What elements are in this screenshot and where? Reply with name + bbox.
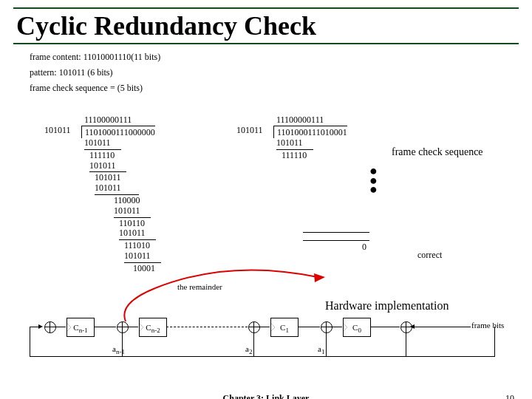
right-quotient: 11100000111: [273, 115, 353, 126]
left-division: 11100000111 101011 1101000111000000 1010…: [81, 115, 161, 274]
flipflop-c1: C1: [270, 318, 299, 337]
left-step: 101011: [81, 173, 161, 183]
left-dividend: 1101000111000000: [81, 126, 155, 138]
info-block: frame content: 11010001110(11 bits) patt…: [30, 52, 532, 94]
left-step: 101011: [81, 161, 161, 171]
flipflop-c0: C0: [343, 318, 371, 337]
xor-icon: [44, 321, 56, 333]
xor-icon: [117, 321, 129, 333]
frame-check-sequence-label: frame check sequence: [392, 146, 483, 158]
slide-title: Cyclic Redundancy Check: [13, 10, 519, 41]
hardware-impl-label: Hardware implementation: [325, 299, 449, 313]
coef-an1: an-1: [112, 344, 125, 355]
xor-icon: [248, 321, 260, 333]
ellipsis-dots: ●●●: [369, 166, 378, 194]
pattern-line: pattern: 101011 (6 bits): [30, 67, 532, 78]
left-divisor: 101011: [44, 125, 71, 136]
right-dividend: 1101000111010001: [273, 126, 347, 138]
left-step: 101011: [81, 251, 161, 262]
flipflop-cn2: Cn-2: [139, 318, 167, 337]
red-arrow-icon: [118, 266, 332, 325]
right-step: 111110: [273, 151, 353, 161]
frame-bits-label: frame bits: [471, 321, 504, 330]
left-step: 101011: [81, 183, 161, 194]
xor-icon: [321, 321, 332, 333]
right-division: 11100000111 101011 1101000111010001 1010…: [273, 115, 353, 161]
left-step: 110000: [81, 196, 161, 206]
left-step: 111010: [81, 241, 161, 251]
coef-a2: a2: [245, 344, 252, 355]
title-bar: Cyclic Redundancy Check: [13, 7, 519, 44]
footer-chapter: Chapter 3: Link Layer: [223, 393, 310, 399]
left-step: 101011: [81, 206, 161, 216]
coef-a1: a1: [318, 344, 324, 355]
flipflop-cn1: Cn-1: [66, 318, 95, 337]
left-remainder: 10001: [81, 264, 161, 274]
right-step: 101011: [273, 138, 353, 149]
right-divisor: 101011: [236, 125, 263, 136]
footer-page: 10: [505, 393, 514, 399]
right-final: 0: [303, 242, 369, 253]
remainder-label: the remainder: [177, 282, 222, 291]
correct-label: correct: [417, 250, 442, 261]
left-step: 111110: [81, 151, 161, 161]
left-step: 101011: [81, 138, 161, 149]
left-step: 101011: [81, 228, 161, 239]
frame-content-line: frame content: 11010001110(11 bits): [30, 52, 532, 63]
left-step: 110110: [81, 219, 161, 229]
fcs-line: frame check sequence = (5 bits): [30, 83, 532, 94]
hardware-diagram: Cn-1 Cn-2 C1 C0 frame bits an-1 a2 a1: [22, 318, 510, 369]
left-quotient: 11100000111: [81, 115, 161, 126]
svg-marker-0: [314, 273, 325, 282]
